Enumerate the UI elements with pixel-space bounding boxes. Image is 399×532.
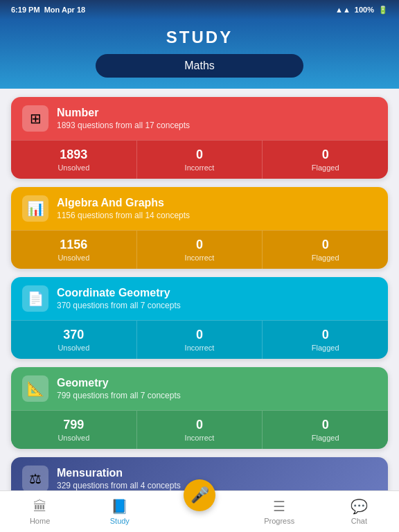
- card-stats-coordinate: 370 Unsolved 0 Incorrect 0 Flagged: [11, 320, 388, 359]
- card-number[interactable]: ⊞ Number 1893 questions from all 17 conc…: [11, 97, 388, 179]
- card-stats-algebra: 1156 Unsolved 0 Incorrect 0 Flagged: [11, 230, 388, 269]
- status-indicators: ▲▲ 100% 🔋: [335, 6, 388, 15]
- battery-indicator: 100%: [355, 6, 374, 14]
- nav-item-study[interactable]: 📘 Study: [80, 498, 159, 525]
- card-subtitle-coordinate: 370 questions from all 7 concepts: [57, 301, 181, 310]
- card-icon-number: ⊞: [22, 105, 48, 132]
- card-header-algebra: 📊 Algebra And Graphs 1156 questions from…: [11, 187, 388, 230]
- nav-item-home[interactable]: 🏛 Home: [0, 499, 80, 525]
- stat-item-coordinate-unsolved: 370 Unsolved: [11, 321, 137, 359]
- study-icon: 📘: [111, 498, 128, 515]
- battery-icon: 🔋: [378, 6, 388, 15]
- nav-label-study: Study: [110, 517, 130, 525]
- card-icon-geometry: 📐: [22, 375, 48, 402]
- nav-item-chat[interactable]: 💬 Chat: [319, 498, 399, 525]
- card-title-geometry: Geometry: [57, 377, 181, 389]
- nav-item-mic[interactable]: 🎤: [159, 479, 239, 524]
- chat-icon: 💬: [351, 498, 368, 515]
- status-bar: 6:19 PM Mon Apr 18 ▲▲ 100% 🔋: [0, 0, 399, 19]
- stat-item-coordinate-flagged: 0 Flagged: [263, 321, 388, 359]
- stat-item-number-incorrect: 0 Incorrect: [137, 141, 263, 179]
- card-header-geometry: 📐 Geometry 799 questions from all 7 conc…: [11, 367, 388, 410]
- card-stats-geometry: 799 Unsolved 0 Incorrect 0 Flagged: [11, 410, 388, 449]
- wifi-icon: ▲▲: [335, 6, 351, 14]
- status-time: 6:19 PM Mon Apr 18: [11, 6, 85, 14]
- card-coordinate[interactable]: 📄 Coordinate Geometry 370 questions from…: [11, 277, 388, 359]
- progress-icon: ☰: [273, 498, 285, 515]
- card-icon-mensuration: ⚖: [22, 466, 48, 492]
- mic-fab[interactable]: 🎤: [184, 479, 215, 511]
- page-title: STUDY: [0, 28, 399, 47]
- card-subtitle-geometry: 799 questions from all 7 concepts: [57, 391, 181, 400]
- card-header-number: ⊞ Number 1893 questions from all 17 conc…: [11, 97, 388, 140]
- bottom-navigation: 🏛 Home 📘 Study 🎤 ☰ Progress 💬 Chat: [0, 490, 399, 532]
- card-title-coordinate: Coordinate Geometry: [57, 287, 181, 299]
- card-title-mensuration: Mensuration: [57, 467, 181, 479]
- nav-label-home: Home: [30, 517, 50, 525]
- card-header-coordinate: 📄 Coordinate Geometry 370 questions from…: [11, 277, 388, 320]
- card-icon-algebra: 📊: [22, 195, 48, 222]
- header: STUDY Maths: [0, 19, 399, 89]
- nav-label-progress: Progress: [264, 517, 294, 525]
- stat-item-number-flagged: 0 Flagged: [263, 141, 388, 179]
- card-icon-coordinate: 📄: [22, 285, 48, 312]
- mic-icon: 🎤: [190, 486, 209, 504]
- card-title-number: Number: [57, 107, 190, 119]
- card-algebra[interactable]: 📊 Algebra And Graphs 1156 questions from…: [11, 187, 388, 269]
- content-area: ⊞ Number 1893 questions from all 17 conc…: [0, 89, 399, 497]
- stat-item-coordinate-incorrect: 0 Incorrect: [137, 321, 263, 359]
- card-stats-number: 1893 Unsolved 0 Incorrect 0 Flagged: [11, 140, 388, 179]
- card-geometry[interactable]: 📐 Geometry 799 questions from all 7 conc…: [11, 367, 388, 449]
- card-title-algebra: Algebra And Graphs: [57, 197, 190, 209]
- nav-item-progress[interactable]: ☰ Progress: [240, 498, 319, 525]
- stat-item-algebra-incorrect: 0 Incorrect: [137, 231, 263, 269]
- stat-item-geometry-incorrect: 0 Incorrect: [137, 411, 263, 449]
- stat-item-number-unsolved: 1893 Unsolved: [11, 141, 137, 179]
- card-subtitle-number: 1893 questions from all 17 concepts: [57, 121, 190, 130]
- stat-item-geometry-flagged: 0 Flagged: [263, 411, 388, 449]
- home-icon: 🏛: [33, 499, 47, 515]
- subject-pill[interactable]: Maths: [96, 54, 303, 78]
- card-subtitle-algebra: 1156 questions from all 14 concepts: [57, 211, 190, 220]
- stat-item-geometry-unsolved: 799 Unsolved: [11, 411, 137, 449]
- nav-label-chat: Chat: [351, 517, 367, 525]
- stat-item-algebra-unsolved: 1156 Unsolved: [11, 231, 137, 269]
- stat-item-algebra-flagged: 0 Flagged: [263, 231, 388, 269]
